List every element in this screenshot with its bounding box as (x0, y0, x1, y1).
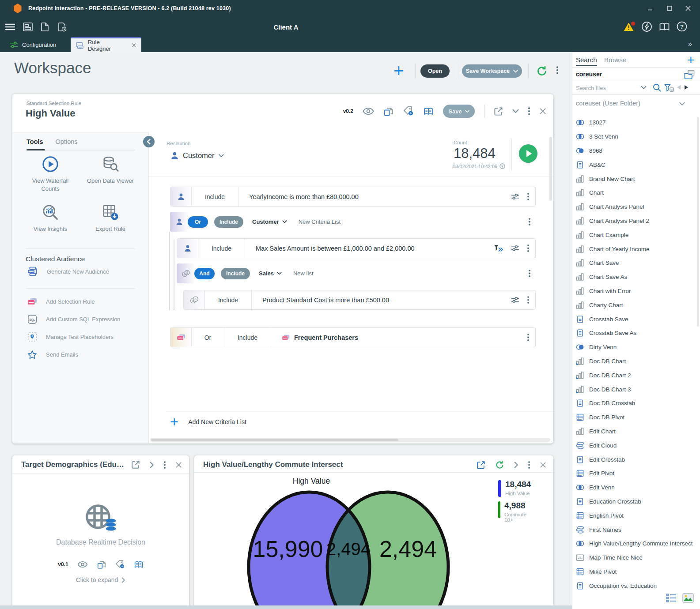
tab-tools[interactable]: Tools (26, 138, 43, 145)
tab-rule-designer[interactable]: Rule Designer (71, 37, 141, 52)
file-item-mike-pivot[interactable]: Mike Pivot (572, 565, 697, 579)
external-link-icon[interactable] (131, 460, 140, 469)
row-menu-icon[interactable] (527, 193, 529, 200)
tab-configuration[interactable]: Configuration (4, 37, 61, 52)
external-link-icon[interactable] (494, 107, 503, 116)
info-icon[interactable] (499, 163, 505, 169)
warning-icon[interactable] (623, 21, 636, 33)
nav-back-icon[interactable] (677, 85, 681, 90)
file-item-chart-example[interactable]: Chart Example (572, 228, 697, 242)
file-item-chart[interactable]: Chart (572, 186, 697, 200)
criteria-list-name[interactable]: New Criteria List (299, 218, 341, 225)
folder-header[interactable]: coreuser (User Folder) (576, 100, 640, 107)
file-item-edit-chart[interactable]: Edit Chart (572, 425, 697, 439)
close-rule-icon[interactable] (539, 108, 546, 115)
file-item-first-names[interactable]: First Names (572, 523, 697, 537)
sidebar-scrollbar[interactable] (697, 117, 699, 327)
row-menu-icon[interactable] (529, 218, 530, 226)
file-item-doc-db-chart-3[interactable]: Doc DB Chart 3 (572, 382, 697, 396)
file-item-doc-db-chart[interactable]: Doc DB Chart (572, 354, 697, 368)
file-item-ab-c[interactable]: AB&C (572, 158, 697, 172)
folder-collapse-chevron-icon[interactable] (679, 102, 685, 106)
add-new-criteria-button[interactable]: + Add New Criteria List (170, 416, 246, 428)
manual-book-icon[interactable] (659, 23, 670, 31)
file-item-education-crosstab[interactable]: Education Crosstab (572, 495, 697, 509)
workspace-menu-icon[interactable] (556, 66, 558, 74)
tune-icon[interactable] (511, 245, 519, 252)
criteria-list-name[interactable]: New list (293, 270, 314, 277)
criteria-group-row[interactable]: $$AndIncludeSalesNew list (177, 263, 536, 283)
close-tab-icon[interactable] (132, 43, 136, 48)
chevron-right-icon[interactable] (150, 462, 154, 468)
tune-icon[interactable] (511, 193, 519, 200)
tool-open-data-viewer[interactable]: Open Data Viewer (80, 156, 140, 192)
criteria-row[interactable]: OrIncludeFrequent Purchasers (170, 327, 536, 347)
tool-export-rule[interactable]: Export Rule (80, 204, 140, 233)
refresh-icon[interactable] (536, 65, 548, 77)
file-item-dirty-venn[interactable]: Dirty Venn (572, 340, 697, 354)
file-item-doc-db-crosstab[interactable]: Doc DB Crosstab (572, 396, 697, 410)
minimize-button[interactable] (643, 0, 658, 17)
file-item-13027[interactable]: 13027 (572, 116, 697, 130)
book-icon[interactable] (134, 561, 144, 568)
file-item-english-pivot[interactable]: English Pivot (572, 508, 697, 523)
book-icon[interactable] (423, 107, 434, 116)
close-window-button[interactable] (681, 0, 696, 17)
help-icon[interactable]: ? (677, 21, 687, 32)
filter-results-icon[interactable] (664, 84, 674, 92)
search-files-input[interactable] (576, 82, 638, 94)
preview-eye-icon[interactable] (363, 107, 374, 115)
list-view-icon[interactable] (666, 593, 677, 603)
rule-horizontal-scrollbar[interactable] (150, 438, 550, 442)
file-item-chart-save[interactable]: Chart Save (572, 256, 697, 270)
row-menu-icon[interactable] (527, 296, 529, 304)
close-card-icon[interactable] (175, 462, 182, 468)
search-scope-chevron-icon[interactable] (641, 86, 647, 90)
tag-icon[interactable] (403, 106, 414, 116)
operator-pill[interactable]: And (194, 268, 215, 279)
folder-copy-icon[interactable] (684, 70, 695, 79)
file-item-doc-db-pivot[interactable]: Doc DB Pivot (572, 410, 697, 425)
copy-icon[interactable] (383, 106, 394, 117)
file-item-chart-of-yearly-income[interactable]: Chart of Yearly Income (572, 242, 697, 256)
run-count-button[interactable] (519, 144, 537, 163)
tool-view-waterfall-counts[interactable]: View Waterfall Counts (20, 156, 80, 192)
nav-forward-icon[interactable] (684, 85, 689, 90)
card-menu-icon[interactable] (528, 461, 530, 469)
file-item-occupation-vs-education[interactable]: Occupation vs. Education (572, 579, 697, 593)
close-card-icon[interactable] (540, 462, 546, 468)
file-item-8968[interactable]: 8968 (572, 144, 697, 158)
preview-eye-icon[interactable] (77, 561, 88, 568)
save-rule-button[interactable]: Save (443, 105, 475, 118)
file-item-charty-chart[interactable]: Charty Chart (572, 298, 697, 312)
file-item-chart-analysis-panel-2[interactable]: Chart Analysis Panel 2 (572, 214, 697, 228)
tab-search[interactable]: Search (576, 56, 597, 64)
rule-menu-icon[interactable] (528, 107, 530, 115)
file-item-crosstab-save-as[interactable]: Crosstab Save As (572, 326, 697, 340)
filter-skip-icon[interactable] (494, 244, 503, 252)
maximize-button[interactable] (662, 0, 677, 17)
generate-new-audience-button[interactable]: Generate New Audience (27, 267, 109, 276)
row-menu-icon[interactable] (527, 334, 529, 341)
file-item-high-value-lengthy-commute-intersect[interactable]: High Value/Lengthy Commute Intersect (572, 537, 697, 551)
row-menu-icon[interactable] (527, 244, 529, 252)
include-pill[interactable]: Include (221, 268, 250, 279)
thumbnail-view-icon[interactable] (682, 593, 694, 603)
copy-icon[interactable] (97, 560, 106, 569)
collapse-chevron-icon[interactable] (512, 109, 519, 113)
tag-icon[interactable] (115, 560, 125, 569)
operator-pill[interactable]: Or (188, 216, 208, 228)
tab-options[interactable]: Options (56, 138, 78, 145)
file-item-map-time-nice-nice[interactable]: Map Time Nice Nice (572, 551, 697, 565)
file-item-crosstab-save[interactable]: Crosstab Save (572, 312, 697, 326)
search-icon[interactable] (653, 83, 661, 92)
add-file-button[interactable]: + (687, 53, 695, 68)
file-item-chart-analysis-panel[interactable]: Chart Analysis Panel (572, 200, 697, 214)
tab-browse[interactable]: Browse (604, 56, 626, 64)
criteria-row[interactable]: $$IncludeProduct Standard Cost is more t… (183, 290, 536, 310)
collapse-panel-button[interactable] (143, 136, 155, 147)
file-item-doc-db-chart-2[interactable]: Doc DB Chart 2 (572, 368, 697, 382)
tune-icon[interactable] (511, 297, 519, 303)
file-item-chart-save-as[interactable]: Chart Save As (572, 270, 697, 284)
save-workspace-button[interactable]: Save Workspace (462, 64, 522, 78)
